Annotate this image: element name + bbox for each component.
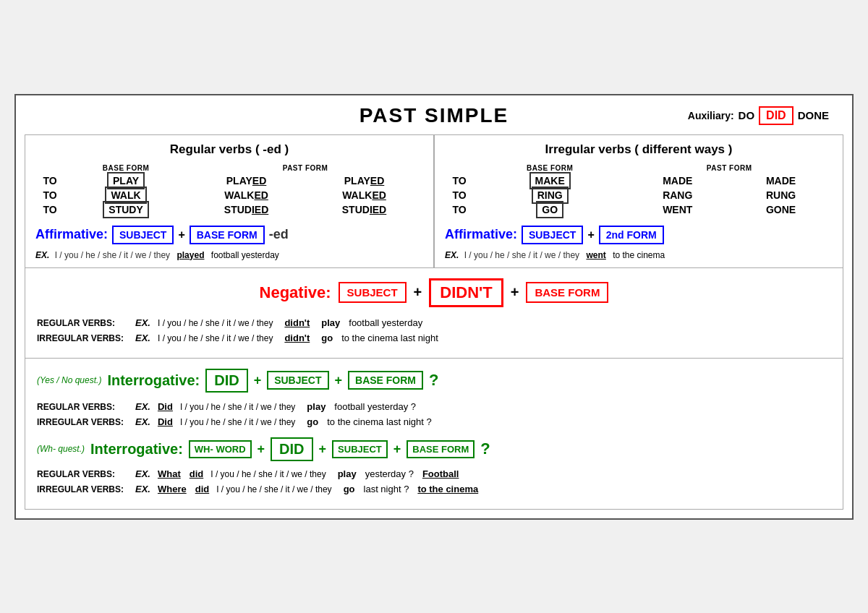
- verb-type-label: REGULAR VERBS:: [37, 402, 131, 412]
- aux-did: DID: [759, 106, 793, 125]
- subjects: I / you / he / she / it / we / they: [180, 417, 295, 427]
- auxiliary-label: Auxiliary:: [688, 110, 734, 121]
- base-verb: play: [307, 401, 326, 412]
- past-form-1: PLAYED: [187, 173, 305, 188]
- to-label: TO: [35, 202, 64, 217]
- complement: football yesterday ?: [334, 401, 416, 412]
- plus-sign: +: [258, 442, 265, 457]
- base-form-box: BASE FORM: [348, 371, 423, 390]
- regular-affirmative-formula: Affirmative: SUBJECT + BASE FORM -ed: [35, 226, 423, 244]
- subjects: I / you / he / she / it / we / they: [216, 484, 331, 494]
- subjects: I / you / he / she / it / we / they: [158, 333, 273, 343]
- aux-done: DONE: [798, 109, 829, 121]
- extra: to the cinema: [417, 484, 478, 494]
- key-verb: played: [176, 250, 204, 260]
- question-mark: ?: [429, 371, 438, 390]
- subjects: I / you / he / she / it / we / they: [180, 402, 295, 412]
- int-regular-example: REGULAR VERBS: EX. Did I / you / he / sh…: [37, 401, 831, 412]
- past-form-2: RUNG: [729, 188, 833, 202]
- regular-example: EX. I / you / he / she / it / we / they …: [35, 250, 423, 260]
- past-form-1: WENT: [626, 202, 729, 217]
- base-word: GO: [536, 201, 563, 218]
- page: PAST SIMPLE Auxiliary: DO DID DONE Regul…: [14, 94, 854, 520]
- irregular-past-form-header: PAST FORM: [626, 163, 833, 173]
- title-row: PAST SIMPLE Auxiliary: DO DID DONE: [25, 104, 843, 127]
- did-word: Did: [158, 401, 173, 412]
- subjects: I / you / he / she / it / we / they: [55, 250, 170, 260]
- subjects: I / you / he / she / it / we / they: [210, 469, 326, 479]
- base-verb: play: [321, 317, 340, 328]
- table-row: TO STUDY STUDIED STUDIED: [35, 202, 423, 217]
- 2nd-form-box: 2nd FORM: [599, 226, 664, 244]
- complement: to the cinema: [613, 250, 665, 260]
- plus-sign: +: [178, 228, 184, 241]
- past-form-2: MADE: [729, 173, 833, 188]
- negative-regular-example: REGULAR VERBS: EX. I / you / he / she / …: [37, 317, 831, 328]
- complement: last night ?: [364, 484, 409, 494]
- past-form-2: STUDIED: [305, 202, 423, 217]
- verb-type-label: REGULAR VERBS:: [37, 469, 131, 479]
- past-form-2: GONE: [729, 202, 833, 217]
- subject-box: SUBJECT: [112, 226, 174, 244]
- plus-sign: +: [414, 284, 422, 301]
- table-row: TO PLAY PLAYED PLAYED: [35, 173, 423, 188]
- key-verb: didn't: [284, 333, 310, 343]
- base-verb: go: [321, 333, 333, 343]
- table-row: TO RING RANG RUNG: [445, 188, 833, 202]
- ex-label: EX.: [135, 401, 150, 412]
- wh-irregular-example: IRREGULAR VERBS: EX. Where did I / you /…: [37, 484, 831, 494]
- interrogative-label: Interrogative:: [107, 372, 200, 389]
- base-verb: play: [338, 468, 357, 479]
- verb-type-label: REGULAR VERBS:: [37, 318, 131, 328]
- didnt-box: DIDN'T: [429, 278, 503, 307]
- base-verb: go: [307, 416, 318, 427]
- did-word: did: [190, 468, 204, 479]
- irregular-verbs-section: Irregular verbs ( different ways ) BASE …: [435, 135, 843, 267]
- wh-word-box: WH- WORD: [189, 440, 252, 458]
- to-label: TO: [35, 173, 64, 188]
- affirmative-label: Affirmative:: [445, 227, 517, 242]
- past-form-1: STUDIED: [187, 202, 305, 217]
- wh-word: What: [158, 468, 181, 479]
- base-form-box: BASE FORM: [407, 440, 475, 458]
- ex-label: EX.: [445, 250, 459, 260]
- complement: yesterday ?: [365, 468, 414, 479]
- table-row: TO WALK WALKED WALKED: [35, 188, 423, 202]
- subjects: I / you / he / she / it / we / they: [158, 318, 273, 328]
- complement: football yesterday: [349, 317, 422, 328]
- verb-type-label: IRREGULAR VERBS:: [37, 333, 131, 343]
- question-mark: ?: [480, 440, 490, 458]
- past-form-2: PLAYED: [305, 173, 423, 188]
- verb-type-label: IRREGULAR VERBS:: [37, 484, 131, 494]
- ex-label: EX.: [35, 250, 49, 260]
- aux-do: DO: [739, 109, 755, 121]
- verb-type-label: IRREGULAR VERBS:: [37, 417, 131, 427]
- table-row: TO MAKE MADE MADE: [445, 173, 833, 188]
- ex-label: EX.: [135, 468, 150, 479]
- regular-past-form-header: PAST FORM: [187, 163, 423, 173]
- did-box: DID: [271, 437, 312, 461]
- int-irregular-example: IRREGULAR VERBS: EX. Did I / you / he / …: [37, 416, 831, 427]
- subject-box: SUBJECT: [267, 371, 328, 390]
- yes-no-formula: (Yes / No quest.) Interrogative: DID + S…: [37, 369, 831, 393]
- past-form-2: WALKED: [305, 188, 423, 202]
- plus-sign: +: [393, 442, 401, 457]
- plus-sign: +: [319, 442, 327, 457]
- plus-sign: +: [254, 373, 262, 388]
- to-label: TO: [35, 188, 64, 202]
- top-row: Regular verbs ( -ed ) BASE FORM PAST FOR…: [25, 134, 843, 268]
- subject-box: SUBJECT: [339, 282, 407, 303]
- subjects: I / you / he / she / it / we / they: [464, 250, 579, 260]
- ex-label: EX.: [135, 333, 150, 343]
- key-verb: went: [586, 250, 605, 260]
- did-word: did: [195, 484, 210, 494]
- key-verb: didn't: [284, 317, 310, 328]
- wh-formula: (Wh- quest.) Interrogative: WH- WORD + D…: [37, 437, 831, 461]
- past-form-1: WALKED: [187, 188, 305, 202]
- to-label: TO: [445, 188, 474, 202]
- to-label: TO: [445, 173, 474, 188]
- plus-sign: +: [335, 373, 343, 388]
- complement: to the cinema last night: [341, 333, 438, 343]
- wh-tag: (Wh- quest.): [37, 444, 85, 454]
- ex-label: EX.: [135, 484, 150, 494]
